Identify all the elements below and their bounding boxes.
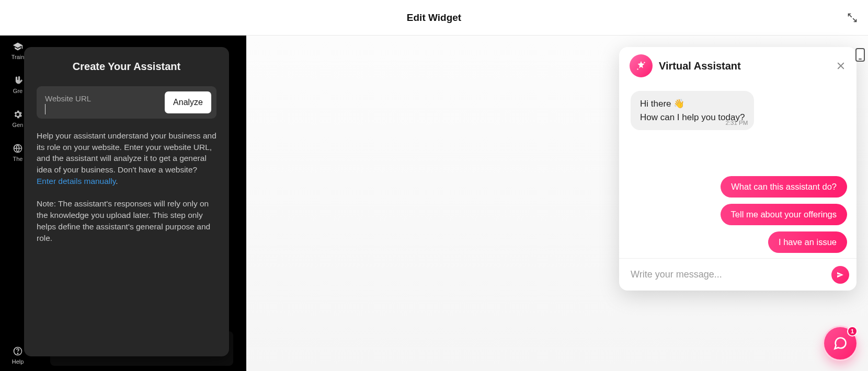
dark-region: Train Gre Gen The Help C <box>0 36 246 371</box>
graduation-cap-icon <box>12 41 24 52</box>
sidebar-item-train[interactable]: Train <box>12 41 25 60</box>
chat-close-button[interactable] <box>833 59 848 73</box>
expand-button[interactable] <box>846 11 859 24</box>
sidebar-item-label: Gre <box>13 88 22 94</box>
sidebar-item-label: Train <box>12 54 25 60</box>
page-header: Edit Widget <box>0 0 868 36</box>
sidebar-item-label: Help <box>12 358 24 365</box>
sidebar-item-general[interactable]: Gen <box>12 109 24 128</box>
chat-body: Hi there 👋 How can I help you today? 2:3… <box>619 84 856 258</box>
sidebar-item-label: The <box>13 156 23 162</box>
wave-emoji: 👋 <box>673 99 684 109</box>
enter-details-link[interactable]: Enter details manually <box>37 177 116 186</box>
analyze-button[interactable]: Analyze <box>165 91 211 113</box>
expand-icon <box>847 13 858 23</box>
url-row: Website URL Analyze <box>37 86 216 119</box>
create-assistant-card: Create Your Assistant Website URL Analyz… <box>24 47 229 356</box>
close-icon <box>836 61 846 71</box>
svg-point-2 <box>17 353 18 354</box>
sidebar-item-theme[interactable]: The <box>12 143 24 162</box>
svg-point-4 <box>637 68 638 69</box>
sidebar-item-label: Gen <box>13 122 24 128</box>
globe-icon <box>12 143 24 154</box>
chat-bubble-icon <box>833 336 848 351</box>
chat-header: Virtual Assistant <box>619 47 856 84</box>
chat-send-button[interactable] <box>831 266 849 284</box>
suggestion-pill[interactable]: What can this assistant do? <box>721 176 847 198</box>
help-text-part1: Help your assistant understand your busi… <box>37 131 216 174</box>
create-title: Create Your Assistant <box>37 61 216 73</box>
assistant-message: Hi there 👋 How can I help you today? 2:3… <box>631 91 754 130</box>
chat-widget: Virtual Assistant Hi there 👋 How can I h… <box>619 47 856 291</box>
suggestions: What can this assistant do? Tell me abou… <box>631 176 847 253</box>
chat-title: Virtual Assistant <box>659 60 827 72</box>
chat-avatar <box>630 54 653 77</box>
gear-icon <box>12 109 24 120</box>
fab-badge: 1 <box>847 326 858 337</box>
url-field[interactable]: Website URL <box>45 94 159 114</box>
device-toggle-mobile[interactable] <box>855 48 865 62</box>
svg-point-3 <box>644 62 645 63</box>
preview-area: Virtual Assistant Hi there 👋 How can I h… <box>246 36 868 371</box>
url-label: Website URL <box>45 94 159 103</box>
message-line-1: Hi there 👋 <box>640 98 745 109</box>
help-paragraph: Help your assistant understand your busi… <box>37 130 216 187</box>
help-icon <box>12 345 24 357</box>
url-input-caret[interactable] <box>45 104 47 114</box>
sidebar-item-greet[interactable]: Gre <box>12 75 24 94</box>
note-paragraph: Note: The assistant's responses will rel… <box>37 198 216 244</box>
hand-wave-icon <box>12 75 24 86</box>
message-timestamp: 2:31 PM <box>726 120 748 126</box>
chat-fab[interactable]: 1 <box>824 327 856 360</box>
sidebar-item-help[interactable]: Help <box>12 345 24 365</box>
main-area: Train Gre Gen The Help C <box>0 36 868 371</box>
page-title: Edit Widget <box>407 12 461 24</box>
sparkle-icon <box>635 60 647 72</box>
chat-footer <box>619 258 856 291</box>
suggestion-pill[interactable]: Tell me about your offerings <box>721 204 847 225</box>
suggestion-pill[interactable]: I have an issue <box>768 231 847 253</box>
chat-input[interactable] <box>631 269 826 280</box>
message-line-1-text: Hi there <box>640 99 673 109</box>
send-icon <box>836 271 844 279</box>
help-text-part2: . <box>116 177 118 186</box>
